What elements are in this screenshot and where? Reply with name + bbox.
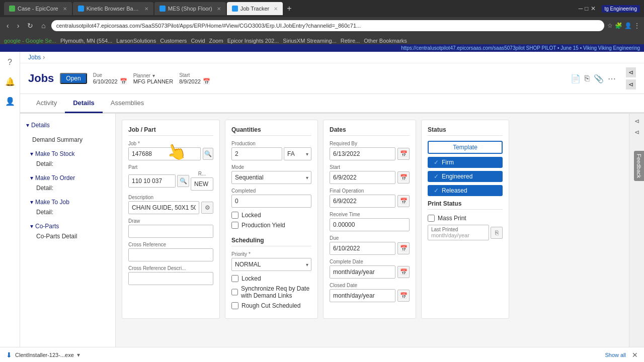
document-icon[interactable]: 📄 <box>571 74 581 83</box>
download-chevron-icon[interactable]: ▾ <box>77 351 80 358</box>
description-translate-icon[interactable]: ⚙ <box>201 202 213 214</box>
tab-close-1[interactable]: ✕ <box>144 6 148 12</box>
final-op-input[interactable] <box>330 195 395 208</box>
tab-assemblies[interactable]: Assemblies <box>103 94 152 113</box>
part-search-icon[interactable]: 🔍 <box>177 175 189 187</box>
firm-button[interactable]: ✓ Firm <box>428 157 503 168</box>
right-panel-icon-2[interactable]: ⊲ <box>634 129 639 136</box>
closed-date-calendar-icon[interactable]: 📅 <box>397 290 410 302</box>
nav-make-to-job[interactable]: ▾ Make To Job <box>20 197 115 207</box>
status-open-button[interactable]: Open <box>60 73 87 84</box>
bookmark-1[interactable]: Plymouth, MN (554... <box>60 38 112 44</box>
rev-select[interactable]: NEW <box>191 177 213 191</box>
bookmark-3[interactable]: Customers <box>160 38 187 44</box>
nav-make-to-job-detail[interactable]: Detail: <box>20 207 115 217</box>
feedback-tab[interactable]: Feedback <box>634 151 644 181</box>
close-window-button[interactable]: ✕ <box>591 5 596 12</box>
mode-select[interactable]: Sequential <box>231 171 311 184</box>
complete-date-input[interactable] <box>330 265 395 279</box>
due-date-input[interactable] <box>330 242 395 255</box>
panel-collapse-bottom[interactable]: ⊲ <box>626 79 636 89</box>
bookmark-other[interactable]: Other Bookmarks <box>364 38 407 44</box>
bookmark-7[interactable]: SiriusXM Streaming... <box>283 38 336 44</box>
nav-co-parts[interactable]: ▾ Co-Parts <box>20 221 115 231</box>
tab-activity[interactable]: Activity <box>28 94 65 113</box>
reload-button[interactable]: ↻ <box>25 21 36 31</box>
nav-demand-summary[interactable]: Demand Summary <box>20 135 115 145</box>
rough-cut-checkbox[interactable] <box>231 302 238 309</box>
browser-tab-1[interactable]: Kinetic Browser Based MES - J... ✕ <box>73 2 153 15</box>
dates-start-input[interactable] <box>330 171 395 184</box>
copy-icon[interactable]: ⎘ <box>585 74 590 83</box>
new-tab-button[interactable]: + <box>284 4 294 13</box>
attachment-icon[interactable]: 📎 <box>594 74 604 83</box>
template-button[interactable]: Template <box>428 141 503 154</box>
nav-make-to-stock-detail[interactable]: Detail: <box>20 159 115 169</box>
job-input[interactable] <box>128 147 201 160</box>
priority-select[interactable]: NORMAL <box>231 258 311 271</box>
start-calendar-icon[interactable]: 📅 <box>203 78 210 85</box>
nav-make-to-stock[interactable]: ▾ Make To Stock <box>20 149 115 159</box>
browser-tab-2[interactable]: MES (Shop Floor) ✕ <box>154 2 226 15</box>
maximize-button[interactable]: □ <box>585 5 588 12</box>
sync-req-checkbox[interactable] <box>231 289 238 296</box>
panel-collapse-top[interactable]: ⊲ <box>626 67 636 77</box>
final-op-calendar-icon[interactable]: 📅 <box>397 195 410 207</box>
browser-tab-3[interactable]: Job Tracker ✕ <box>227 2 283 15</box>
cross-ref-input[interactable] <box>128 248 213 261</box>
dates-start-calendar-icon[interactable]: 📅 <box>397 171 410 184</box>
bookmark-4[interactable]: Covid <box>191 38 205 44</box>
description-input[interactable] <box>128 201 199 214</box>
required-by-input[interactable] <box>330 147 395 160</box>
last-printed-action-icon[interactable]: ⎘ <box>491 227 503 239</box>
planner-dropdown-icon[interactable]: ▾ <box>152 73 155 78</box>
nav-co-parts-detail[interactable]: Co-Parts Detail <box>20 231 115 241</box>
production-unit-select[interactable]: FA <box>284 147 311 160</box>
required-by-calendar-icon[interactable]: 📅 <box>397 148 410 160</box>
back-button[interactable]: ‹ <box>4 21 12 31</box>
help-icon[interactable]: ? <box>6 56 14 69</box>
address-bar[interactable] <box>51 20 604 31</box>
minimize-button[interactable]: ─ <box>579 5 583 12</box>
tab-close-3[interactable]: ✕ <box>274 6 278 12</box>
job-search-icon[interactable]: 🔍 <box>203 148 213 160</box>
complete-date-calendar-icon[interactable]: 📅 <box>397 266 410 278</box>
extensions-icon[interactable]: 🧩 <box>615 22 622 29</box>
show-all-link[interactable]: Show all <box>605 352 626 358</box>
nav-details-header[interactable]: ▾ Details <box>20 120 115 131</box>
locked-quantities-checkbox[interactable] <box>231 212 238 219</box>
bookmark-8[interactable]: Retire... <box>341 38 360 44</box>
bookmark-2[interactable]: LarsonSolutions <box>116 38 156 44</box>
tab-close-2[interactable]: ✕ <box>217 6 221 12</box>
browser-tab-0[interactable]: Case - EpicCore ✕ <box>4 2 72 15</box>
mass-print-checkbox[interactable] <box>428 215 435 222</box>
bookmark-icon[interactable]: ☆ <box>607 22 613 29</box>
notifications-icon[interactable]: 🔔 <box>3 75 17 88</box>
production-input[interactable] <box>231 147 282 160</box>
home-button[interactable]: ⌂ <box>39 21 48 31</box>
nav-make-to-order-detail[interactable]: Detail: <box>20 183 115 193</box>
production-yield-checkbox[interactable] <box>231 222 238 229</box>
tab-close-0[interactable]: ✕ <box>63 6 67 12</box>
draw-input[interactable] <box>128 225 213 238</box>
breadcrumb-jobs-link[interactable]: Jobs <box>28 54 41 61</box>
forward-button[interactable]: › <box>15 21 22 31</box>
due-date-calendar-icon[interactable]: 📅 <box>397 242 410 254</box>
nav-make-to-order[interactable]: ▾ Make To Order <box>20 173 115 183</box>
engineered-button[interactable]: ✓ Engineered <box>428 171 503 182</box>
bookmark-google[interactable]: google - Google Se... <box>4 38 56 44</box>
completed-input[interactable] <box>231 195 311 208</box>
more-options-icon[interactable]: ⋯ <box>608 74 616 83</box>
locked-scheduling-checkbox[interactable] <box>231 275 238 282</box>
user-profile-icon[interactable]: 👤 <box>3 95 17 108</box>
tab-details[interactable]: Details <box>65 94 103 113</box>
bookmark-6[interactable]: Epicor Insights 202... <box>227 38 279 44</box>
closed-date-input[interactable] <box>330 289 395 302</box>
bottom-bar-close-button[interactable]: ✕ <box>632 351 638 359</box>
menu-icon[interactable]: ⋮ <box>634 22 640 29</box>
due-calendar-icon[interactable]: 📅 <box>120 78 127 85</box>
right-panel-icon-1[interactable]: ⊲ <box>634 118 639 125</box>
released-button[interactable]: ✓ Released <box>428 185 503 196</box>
part-input[interactable] <box>128 174 176 188</box>
bookmark-5[interactable]: Zoom <box>209 38 223 44</box>
